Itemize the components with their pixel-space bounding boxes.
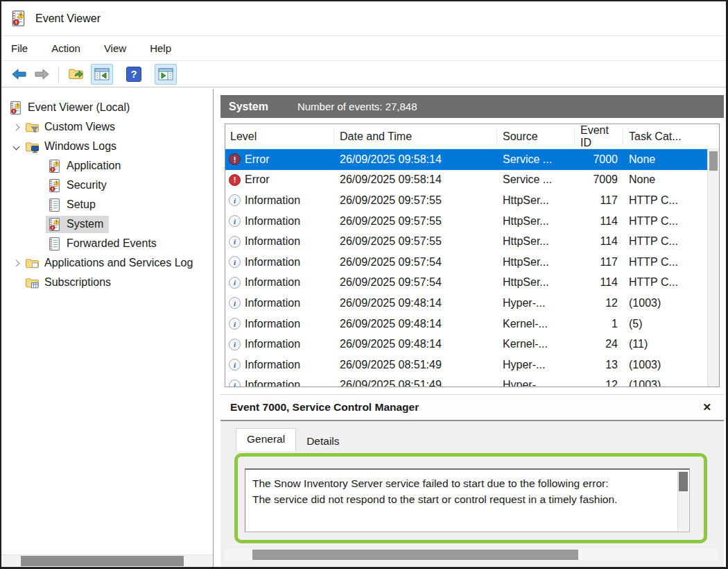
plain-log-icon	[47, 198, 62, 212]
tree-item-label: Subscriptions	[44, 276, 111, 289]
information-icon: i	[229, 380, 241, 387]
event-viewer-app-icon	[10, 10, 27, 27]
information-icon: i	[229, 194, 241, 206]
message-vertical-scrollbar[interactable]	[677, 471, 688, 531]
tree-item-custom-views[interactable]: Custom Views	[1, 117, 213, 137]
table-row[interactable]: iInformation 26/09/2025 09:57:54 HttpSer…	[225, 252, 707, 273]
event-viewer-window: Event Viewer File Action View Help	[0, 0, 728, 569]
table-row[interactable]: iInformation 26/09/2025 09:57:55 HttpSer…	[225, 231, 707, 252]
table-row[interactable]: iInformation 26/09/2025 09:57:55 HttpSer…	[225, 211, 707, 232]
close-icon[interactable]: ✕	[702, 401, 711, 414]
events-count: Number of events: 27,848	[297, 101, 417, 112]
tree-item-label: Custom Views	[44, 121, 115, 133]
console-tree-icon	[94, 68, 110, 80]
tree-item-event-viewer-local[interactable]: Event Viewer (Local)	[1, 98, 213, 117]
help-button[interactable]: ?	[123, 64, 145, 85]
export-button[interactable]	[64, 64, 87, 85]
annotation-highlight-box: The Snow Inventory Server service failed…	[234, 453, 707, 543]
detail-scrollbar-thumb[interactable]	[252, 550, 578, 560]
tab-general[interactable]: General	[236, 428, 296, 451]
menu-bar: File Action View Help	[1, 36, 726, 61]
table-row[interactable]: iInformation 26/09/2025 09:57:54 HttpSer…	[225, 273, 707, 294]
tree-item-setup[interactable]: Setup	[1, 195, 213, 214]
show-console-tree-button[interactable]	[91, 64, 113, 85]
expand-chevron-icon[interactable]	[8, 125, 24, 130]
menu-view[interactable]: View	[104, 42, 126, 54]
tree-item-label: System	[67, 218, 103, 230]
tree-item-applications-services-logs[interactable]: Applications and Services Log	[1, 253, 213, 273]
tree-item-label: Setup	[67, 198, 96, 211]
information-icon: i	[229, 215, 241, 227]
information-icon: i	[229, 256, 241, 268]
column-header-event-id[interactable]: Event ID	[575, 128, 623, 145]
show-action-pane-button[interactable]	[155, 64, 177, 85]
event-log-icon	[47, 178, 62, 193]
column-header-level[interactable]: Level	[225, 128, 334, 145]
table-row[interactable]: !Error 26/09/2025 09:58:14 Service ... 7…	[225, 170, 707, 191]
tree-item-label: Windows Logs	[44, 140, 116, 153]
folder-icon	[25, 256, 40, 271]
log-name: System	[229, 101, 268, 113]
table-row[interactable]: !Error 26/09/2025 09:58:14 Service ... 7…	[225, 149, 707, 170]
table-scrollbar-thumb[interactable]	[709, 151, 718, 171]
column-header-task-category[interactable]: Task Cat...	[623, 128, 719, 145]
back-button[interactable]	[8, 64, 31, 85]
information-icon: i	[229, 359, 241, 371]
back-arrow-icon	[11, 68, 28, 80]
table-row[interactable]: iInformation 26/09/2025 09:48:14 Hyper-.…	[225, 293, 707, 314]
table-row[interactable]: iInformation 26/09/2025 09:48:14 Kernel-…	[225, 314, 707, 334]
column-header-source[interactable]: Source	[497, 128, 575, 145]
console-tree-sidebar: Event Viewer (Local) Custom Views	[1, 89, 214, 567]
sidebar-scrollbar-thumb[interactable]	[21, 556, 184, 566]
information-icon: i	[229, 318, 241, 330]
toolbar: ?	[1, 61, 726, 87]
menu-help[interactable]: Help	[150, 42, 171, 54]
table-vertical-scrollbar[interactable]	[707, 149, 719, 387]
results-pane: System Number of events: 27,848 Level Da…	[220, 89, 726, 567]
table-row[interactable]: iInformation 26/09/2025 08:51:49 Hyper-.…	[225, 355, 707, 375]
window-title: Event Viewer	[35, 12, 101, 25]
column-header-datetime[interactable]: Date and Time	[334, 128, 497, 145]
help-icon: ?	[126, 67, 141, 82]
table-row[interactable]: iInformation 26/09/2025 09:57:55 HttpSer…	[225, 190, 707, 211]
detail-horizontal-scrollbar[interactable]	[225, 549, 718, 561]
tree-item-system[interactable]: System	[1, 214, 213, 234]
event-log-icon	[47, 159, 62, 173]
tree-item-label: Application	[67, 160, 121, 172]
collapse-chevron-icon[interactable]	[8, 144, 24, 149]
toolbar-separator	[58, 66, 59, 83]
information-icon: i	[229, 297, 241, 309]
tree-item-label: Security	[67, 179, 107, 192]
tree-item-label: Applications and Services Log	[44, 257, 193, 269]
tree-item-application[interactable]: Application	[1, 156, 213, 176]
expand-chevron-icon[interactable]	[8, 261, 24, 266]
tab-details[interactable]: Details	[296, 431, 349, 451]
title-bar: Event Viewer	[1, 1, 726, 36]
table-row[interactable]: iInformation 26/09/2025 08:51:49 Hyper-.…	[225, 375, 707, 387]
detail-title: Event 7000, Service Control Manager	[230, 401, 419, 414]
sidebar-horizontal-scrollbar[interactable]	[1, 554, 213, 567]
event-log-icon	[8, 101, 23, 115]
forward-button[interactable]	[31, 64, 53, 85]
detail-header: Event 7000, Service Control Manager ✕	[220, 395, 724, 421]
event-log-icon	[47, 217, 62, 232]
tree-item-windows-logs[interactable]: Windows Logs	[1, 137, 213, 156]
table-row[interactable]: iInformation 26/09/2025 09:48:14 Kernel-…	[225, 334, 707, 355]
tree-item-subscriptions[interactable]: Subscriptions	[1, 273, 213, 292]
event-description-box[interactable]: The Snow Inventory Server service failed…	[245, 468, 690, 532]
folder-monitor-icon	[25, 139, 40, 154]
tree-item-forwarded-events[interactable]: Forwarded Events	[1, 234, 213, 253]
folder-export-icon	[68, 66, 84, 82]
error-icon: !	[229, 153, 241, 165]
event-message-line: The Snow Inventory Server service failed…	[252, 475, 671, 491]
event-message-line: The service did not respond to the start…	[252, 491, 671, 507]
information-icon: i	[229, 339, 241, 350]
tree-item-label: Event Viewer (Local)	[28, 101, 130, 114]
message-scrollbar-thumb[interactable]	[679, 472, 688, 491]
menu-action[interactable]: Action	[51, 42, 80, 54]
action-pane-icon	[158, 68, 173, 80]
tree-item-security[interactable]: Security	[1, 176, 213, 195]
menu-file[interactable]: File	[11, 42, 28, 54]
information-icon: i	[229, 236, 241, 248]
table-header-row: Level Date and Time Source Event ID Task…	[225, 124, 719, 149]
